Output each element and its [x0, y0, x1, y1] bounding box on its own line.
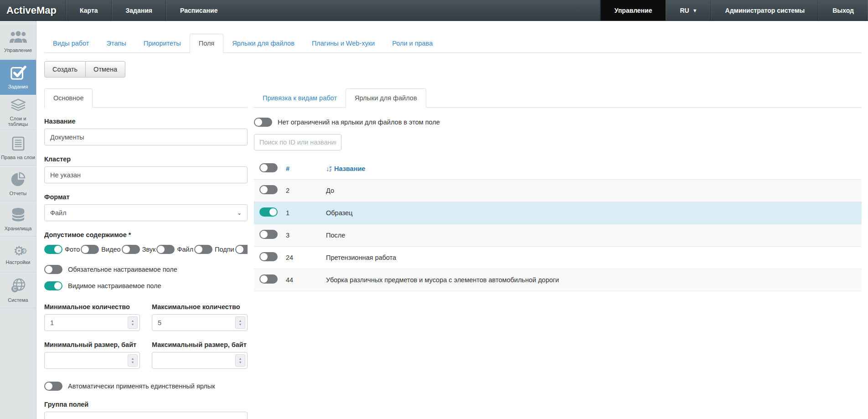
row-toggle[interactable] — [259, 185, 278, 194]
labels-table: # ↓я2 Название 2 До 1 Обра — [254, 158, 862, 291]
current-user[interactable]: Администратор системы — [711, 0, 819, 21]
topnav-map[interactable]: Карта — [66, 0, 112, 21]
layers-icon — [10, 98, 26, 114]
sidebar-item-label: Задания — [8, 84, 28, 89]
format-label: Формат — [44, 193, 248, 201]
photo-toggle[interactable] — [44, 245, 62, 254]
signature-toggle[interactable] — [194, 245, 212, 254]
no-limit-toggle[interactable] — [254, 118, 272, 127]
video-toggle[interactable] — [81, 245, 99, 254]
topnav-tasks[interactable]: Задания — [112, 0, 166, 21]
qr-toggle[interactable] — [235, 245, 248, 254]
no-limit-label: Нет ограничений на ярлыки для файлов в э… — [278, 119, 440, 126]
content-option-file: Файл — [156, 245, 193, 254]
tab-fields[interactable]: Поля — [190, 34, 223, 53]
topnav-schedule[interactable]: Расписание — [166, 0, 231, 21]
row-name: После — [326, 232, 862, 239]
pie-chart-icon — [10, 171, 26, 189]
users-icon — [9, 30, 27, 46]
row-name: Претензионная работа — [326, 254, 862, 261]
number-stepper[interactable]: ▲▼ — [235, 354, 245, 367]
topnav-management[interactable]: Управление — [600, 0, 666, 21]
create-button[interactable]: Создать — [44, 61, 86, 78]
row-toggle[interactable] — [259, 207, 278, 217]
row-toggle[interactable] — [259, 252, 278, 261]
min-size-input[interactable] — [44, 352, 140, 369]
content-option-photo: Фото — [44, 245, 80, 254]
required-field-row: Обязательное настраиваемое поле — [44, 265, 248, 274]
sidebar-item-tasks[interactable]: Задания — [0, 59, 36, 95]
row-id: 1 — [286, 209, 326, 217]
min-count-input[interactable] — [44, 314, 140, 331]
sidebar-item-management[interactable]: Управление — [0, 24, 36, 59]
right-panel-tabs: Привязка к видам работ Ярлыки для файлов — [254, 88, 862, 108]
number-stepper[interactable]: ▲▼ — [128, 354, 138, 367]
tab-priorities[interactable]: Приоритеты — [135, 34, 190, 52]
topbar-spacer — [231, 0, 600, 21]
name-input[interactable] — [44, 129, 248, 145]
table-row[interactable]: 2 До — [254, 180, 862, 202]
sidebar-item-label: Настройки — [6, 259, 31, 265]
cluster-input[interactable] — [44, 166, 248, 183]
sidebar-item-layer-rights[interactable]: Права на слои — [0, 130, 36, 166]
language-label: RU — [680, 7, 689, 14]
tab-work-types[interactable]: Виды работ — [44, 34, 98, 52]
sidebar-item-system[interactable]: C Система — [0, 273, 36, 308]
row-toggle[interactable] — [259, 230, 278, 239]
tab-file-labels[interactable]: Ярлыки для файлов — [223, 34, 303, 52]
format-select[interactable]: Файл ⌄ — [44, 204, 248, 221]
sidebar-item-layers[interactable]: Слои и таблицы — [0, 95, 36, 130]
tab-plugins-webhooks[interactable]: Плагины и Web-хуки — [303, 34, 383, 52]
tab-roles-rights[interactable]: Роли и права — [383, 34, 441, 52]
field-group-input[interactable] — [44, 412, 248, 419]
format-select-value: Файл — [50, 209, 67, 217]
logout-button[interactable]: Выход — [818, 0, 868, 21]
content-option-qr: QR-к — [235, 245, 248, 254]
max-size-input[interactable] — [152, 352, 248, 369]
tab-file-labels-panel[interactable]: Ярлыки для файлов — [346, 88, 426, 108]
max-size-label: Максимальный размер, байт — [152, 341, 248, 348]
file-labels-panel: Привязка к видам работ Ярлыки для файлов… — [254, 88, 862, 291]
sidebar-item-settings[interactable]: ⚙⚙ Настройки — [0, 237, 36, 273]
check-square-icon — [10, 65, 27, 82]
visible-field-toggle[interactable] — [44, 281, 62, 290]
sidebar: Управление Задания Слои и таблицы — [0, 21, 36, 419]
field-panel-tabs: Основное — [44, 88, 248, 108]
app-logo: ActiveMap — [0, 0, 66, 21]
number-stepper[interactable]: ▲▼ — [235, 316, 245, 329]
name-label: Название — [44, 118, 248, 125]
language-selector[interactable]: RU ▼ — [666, 0, 711, 21]
content-option-video: Видео — [81, 245, 120, 254]
sidebar-item-storages[interactable]: Хранилища — [0, 202, 36, 237]
table-row[interactable]: 1 Образец — [254, 202, 862, 224]
tab-stages[interactable]: Этапы — [98, 34, 135, 52]
content-option-signature: Подпи — [194, 245, 234, 254]
row-id: 3 — [286, 232, 326, 239]
cancel-button[interactable]: Отмена — [86, 61, 125, 78]
cluster-label: Кластер — [44, 155, 248, 163]
topbar: ActiveMap Карта Задания Расписание Управ… — [0, 0, 868, 21]
search-input[interactable] — [254, 134, 341, 150]
max-count-input[interactable] — [152, 314, 248, 331]
tab-main[interactable]: Основное — [44, 88, 93, 108]
toggle-all[interactable] — [259, 163, 278, 172]
table-row[interactable]: 24 Претензионная работа — [254, 247, 862, 269]
required-field-toggle[interactable] — [44, 265, 62, 274]
number-stepper[interactable]: ▲▼ — [128, 316, 138, 329]
name-column-header[interactable]: Название — [334, 165, 365, 172]
row-name: Образец — [326, 209, 862, 217]
id-column-header[interactable]: # — [286, 165, 326, 172]
sound-toggle[interactable] — [122, 245, 140, 254]
file-toggle[interactable] — [156, 245, 175, 254]
tab-work-type-binding[interactable]: Привязка к видам работ — [254, 89, 346, 107]
caret-down-icon: ▼ — [692, 8, 698, 13]
row-toggle[interactable] — [259, 274, 278, 284]
table-row[interactable]: 3 После — [254, 224, 862, 247]
table-row[interactable]: 44 Уборка различных предметов и мусора с… — [254, 269, 862, 291]
sort-alpha-icon[interactable]: ↓я2 — [326, 165, 331, 172]
sidebar-item-reports[interactable]: Отчеты — [0, 166, 36, 202]
form-actions: Создать Отмена — [44, 61, 125, 78]
sidebar-item-label: Права на слои — [1, 155, 35, 160]
auto-apply-toggle[interactable] — [44, 382, 62, 391]
document-icon — [12, 136, 25, 153]
